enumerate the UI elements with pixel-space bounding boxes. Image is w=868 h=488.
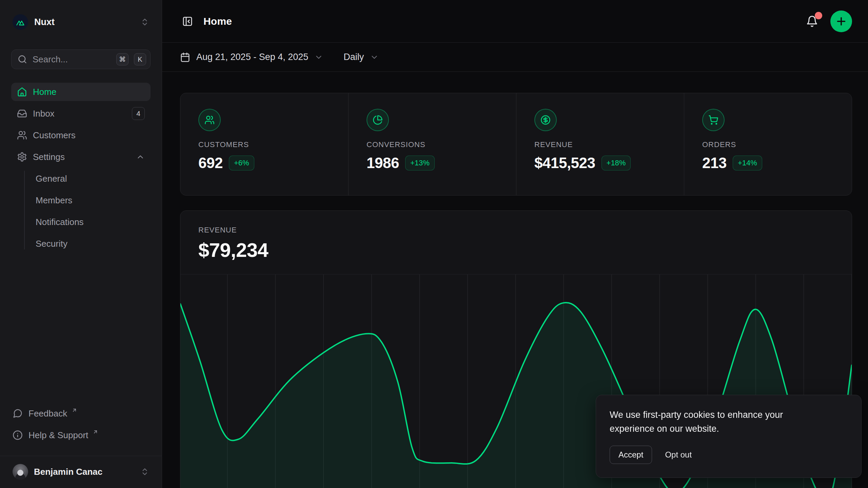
stat-card-conversions[interactable]: CONVERSIONS 1986 +13% — [348, 93, 516, 195]
nuxt-logo — [13, 14, 28, 30]
info-circle-icon — [13, 430, 23, 440]
calendar-icon — [180, 52, 190, 62]
granularity-value: Daily — [343, 52, 364, 62]
sidebar-item-label: Customers — [33, 130, 76, 141]
circle-dollar-icon — [534, 109, 557, 131]
feedback-link[interactable]: Feedback — [11, 404, 151, 423]
user-section: Benjamin Canac — [0, 456, 162, 488]
cookie-accept-button[interactable]: Accept — [610, 446, 652, 464]
help-support-link[interactable]: Help & Support — [11, 426, 151, 444]
cookie-message: We use first-party cookies to enhance yo… — [610, 408, 806, 435]
stat-delta-badge: +14% — [733, 156, 762, 170]
settings-subnav: General Members Notifications Security — [11, 169, 151, 253]
user-menu[interactable]: Benjamin Canac — [11, 462, 151, 482]
stat-value: 1986 — [367, 155, 399, 171]
chevron-up-icon[interactable] — [136, 152, 145, 161]
stat-delta-badge: +18% — [601, 156, 631, 170]
revenue-chart-label: REVENUE — [198, 226, 834, 235]
notification-dot — [815, 12, 822, 19]
help-support-label: Help & Support — [28, 430, 88, 441]
stat-value: $415,523 — [534, 155, 595, 171]
sidebar-item-inbox[interactable]: Inbox 4 — [11, 104, 151, 123]
stat-value: 692 — [198, 155, 223, 171]
stat-label: CONVERSIONS — [367, 140, 516, 149]
avatar — [13, 464, 28, 480]
filter-bar: Aug 21, 2025 - Sep 4, 2025 Daily — [162, 43, 868, 72]
users-icon — [17, 130, 27, 140]
notifications-button[interactable] — [804, 13, 820, 29]
sidebar-item-members[interactable]: Members — [36, 191, 151, 209]
users-icon — [198, 109, 221, 131]
sidebar-item-customers[interactable]: Customers — [11, 126, 151, 144]
search-icon — [18, 55, 27, 64]
kbd-k: K — [134, 53, 146, 65]
sidebar-footer: Feedback Help & Support — [11, 404, 151, 456]
stat-delta-badge: +13% — [405, 156, 435, 170]
date-range-picker[interactable]: Aug 21, 2025 - Sep 4, 2025 — [180, 52, 323, 62]
stat-delta-badge: +6% — [229, 156, 254, 170]
sidebar-item-security[interactable]: Security — [36, 235, 151, 253]
chevron-down-icon — [370, 53, 379, 62]
sidebar-item-label: Inbox — [33, 108, 55, 119]
gear-icon — [17, 152, 27, 162]
stat-card-revenue[interactable]: REVENUE $415,523 +18% — [516, 93, 684, 195]
search-input[interactable] — [33, 54, 111, 65]
pie-chart-icon — [367, 109, 389, 131]
house-icon — [17, 87, 27, 97]
revenue-chart-value: $79,234 — [198, 239, 834, 261]
sidebar-item-general[interactable]: General — [36, 169, 151, 188]
sidebar-spacer — [11, 256, 151, 404]
inbox-count-badge: 4 — [132, 107, 145, 120]
page-title: Home — [203, 16, 232, 27]
search-box[interactable]: ⌘ K — [11, 49, 151, 69]
kbd-command: ⌘ — [116, 53, 129, 65]
collapse-sidebar-button[interactable] — [180, 14, 195, 29]
plus-icon — [835, 15, 847, 27]
sidebar-item-notifications[interactable]: Notifications — [36, 213, 151, 231]
chevrons-up-down-icon — [140, 467, 149, 476]
message-bubble-icon — [13, 408, 23, 419]
sidebar-nav: Home Inbox 4 Customers Settings — [11, 83, 151, 256]
feedback-label: Feedback — [28, 408, 67, 419]
brand-name: Nuxt — [34, 17, 135, 27]
sidebar-item-home[interactable]: Home — [11, 83, 151, 101]
sidebar-item-label: Settings — [33, 152, 65, 162]
inbox-icon — [17, 108, 27, 119]
external-link-icon — [72, 407, 77, 413]
sidebar: Nuxt ⌘ K Home Inbo — [0, 0, 162, 488]
external-link-icon — [93, 429, 98, 435]
stats-panel: CUSTOMERS 692 +6% CONVERSIONS 1986 +13% — [180, 93, 852, 196]
chevrons-up-down-icon — [140, 18, 149, 26]
sidebar-item-settings[interactable]: Settings — [11, 148, 151, 166]
stat-label: CUSTOMERS — [198, 140, 348, 149]
stat-label: REVENUE — [534, 140, 684, 149]
stat-label: ORDERS — [702, 140, 852, 149]
date-range-value: Aug 21, 2025 - Sep 4, 2025 — [196, 52, 308, 62]
cookie-optout-button[interactable]: Opt out — [664, 446, 693, 464]
workspace-switcher[interactable]: Nuxt — [11, 14, 151, 30]
cookie-banner: We use first-party cookies to enhance yo… — [596, 395, 862, 478]
user-name: Benjamin Canac — [34, 467, 135, 477]
shopping-cart-icon — [702, 109, 725, 131]
chevron-down-icon — [314, 53, 323, 62]
top-header: Home — [162, 0, 868, 43]
add-button[interactable] — [830, 11, 852, 32]
panel-left-close-icon — [182, 16, 193, 27]
granularity-select[interactable]: Daily — [343, 52, 379, 62]
stat-card-customers[interactable]: CUSTOMERS 692 +6% — [180, 93, 348, 195]
stat-value: 213 — [702, 155, 727, 171]
stat-card-orders[interactable]: ORDERS 213 +14% — [684, 93, 852, 195]
sidebar-item-label: Home — [33, 87, 56, 97]
